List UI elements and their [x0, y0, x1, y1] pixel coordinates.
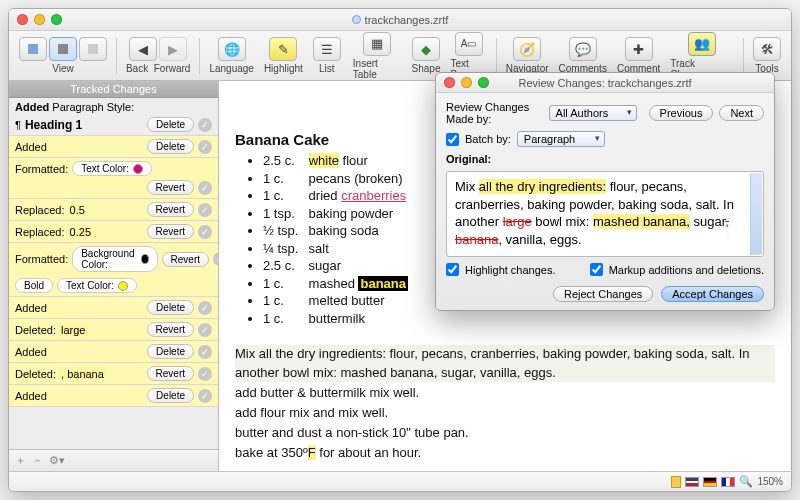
comments-button[interactable]: 💬 [569, 37, 597, 61]
sidebar-item[interactable]: Deleted: largeRevert✓ [9, 319, 218, 341]
accept-check-icon[interactable]: ✓ [198, 345, 212, 359]
highlight-label: Highlight [264, 63, 303, 74]
recipe-step: Mix all the dry ingredients: flour, peca… [235, 345, 775, 381]
delete-button[interactable]: Delete [147, 117, 194, 132]
revert-button[interactable]: Revert [147, 202, 194, 217]
text-box-button[interactable]: A▭ [455, 32, 483, 56]
accept-check-icon[interactable]: ✓ [198, 225, 212, 239]
track-changes-button[interactable]: 👥 [688, 32, 716, 56]
sidebar-title: Tracked Changes [9, 81, 218, 98]
sidebar-list: Added Paragraph Style:¶Heading 1Delete✓A… [9, 98, 218, 449]
revert-button[interactable]: Revert [147, 322, 194, 337]
list-label: List [319, 63, 335, 74]
accept-check-icon[interactable]: ✓ [198, 389, 212, 403]
tracked-changes-sidebar: Tracked Changes Added Paragraph Style:¶H… [9, 81, 219, 471]
made-by-label: Review Changes Made by: [446, 101, 543, 125]
flag-fr-icon[interactable] [721, 477, 735, 487]
accept-check-icon[interactable]: ✓ [198, 203, 212, 217]
revert-button[interactable]: Revert [147, 366, 194, 381]
shape-button[interactable]: ◆ [412, 37, 440, 61]
delete-button[interactable]: Delete [147, 139, 194, 154]
remove-item-button[interactable]: － [32, 453, 43, 468]
orig-deleted-1: large [503, 214, 532, 229]
delete-button[interactable]: Delete [147, 344, 194, 359]
sidebar-settings-button[interactable]: ⚙▾ [49, 454, 65, 467]
batch-by-checkbox[interactable] [446, 133, 459, 146]
list-button[interactable]: ☰ [313, 37, 341, 61]
view-label: View [52, 63, 74, 74]
document-proxy-icon [352, 15, 361, 24]
recipe-step: butter and dust a non-stick 10" tube pan… [235, 424, 775, 442]
ingredient-item: 1 c. buttermilk [263, 310, 775, 328]
back-label: Back [126, 63, 148, 74]
language-button[interactable]: 🌐 [218, 37, 246, 61]
window-title-text: trackchanges.zrtf [365, 14, 449, 26]
sidebar-item[interactable]: Formatted:Text Color:Revert✓ [9, 158, 218, 199]
forward-button[interactable]: ▶ [159, 37, 187, 61]
reject-changes-button[interactable]: Reject Changes [553, 286, 653, 302]
insert-table-label: Insert Table [353, 58, 402, 80]
highlight-button[interactable]: ✎ [269, 37, 297, 61]
accept-check-icon[interactable]: ✓ [213, 252, 218, 266]
original-text-box: Mix all the dry ingredients: flour, peca… [446, 171, 764, 257]
navigator-button[interactable]: 🧭 [513, 37, 541, 61]
flag-de-icon[interactable] [703, 477, 717, 487]
back-button[interactable]: ◀ [129, 37, 157, 61]
window-title: trackchanges.zrtf [9, 14, 791, 26]
original-scrollbar[interactable] [750, 173, 762, 255]
accept-check-icon[interactable]: ✓ [198, 118, 212, 132]
zoom-level[interactable]: 150% [757, 476, 783, 487]
markup-checkbox[interactable] [590, 263, 603, 276]
zoom-icon[interactable]: 🔍 [739, 475, 753, 488]
highlight-changes-label: Highlight changes. [465, 264, 556, 276]
revert-button[interactable]: Revert [147, 224, 194, 239]
review-changes-panel: Review Changes: trackchanges.zrtf Review… [435, 72, 775, 311]
sidebar-item[interactable]: Formatted:Background Color:Revert✓BoldTe… [9, 243, 218, 297]
delete-button[interactable]: Delete [147, 388, 194, 403]
language-label: Language [209, 63, 254, 74]
comment-button[interactable]: ✚ [625, 37, 653, 61]
recipe-steps: Mix all the dry ingredients: flour, peca… [235, 345, 775, 462]
view-mode-page-button[interactable] [79, 37, 107, 61]
sidebar-item[interactable]: AddedDelete✓ [9, 385, 218, 407]
original-label: Original: [446, 153, 764, 165]
sidebar-item[interactable]: Deleted: , bananaRevert✓ [9, 363, 218, 385]
previous-button[interactable]: Previous [649, 105, 714, 121]
sidebar-item[interactable]: AddedDelete✓ [9, 341, 218, 363]
sidebar-item[interactable]: AddedDelete✓ [9, 136, 218, 158]
accept-check-icon[interactable]: ✓ [198, 367, 212, 381]
next-button[interactable]: Next [719, 105, 764, 121]
accept-check-icon[interactable]: ✓ [198, 181, 212, 195]
accept-check-icon[interactable]: ✓ [198, 323, 212, 337]
sidebar-item[interactable]: Replaced: 0.5Revert✓ [9, 199, 218, 221]
revert-button[interactable]: Revert [162, 252, 209, 267]
sidebar-footer: ＋ － ⚙▾ [9, 449, 218, 471]
flag-us-icon[interactable] [685, 477, 699, 487]
batch-by-select[interactable]: Paragraph [517, 131, 605, 147]
revert-button[interactable]: Revert [147, 180, 194, 195]
view-mode-thumb-button[interactable] [19, 37, 47, 61]
recipe-step: add butter & buttermilk mix well. [235, 384, 775, 402]
review-titlebar[interactable]: Review Changes: trackchanges.zrtf [436, 73, 774, 93]
sidebar-item[interactable]: AddedDelete✓ [9, 297, 218, 319]
add-item-button[interactable]: ＋ [15, 453, 26, 468]
accept-changes-button[interactable]: Accept Changes [661, 286, 764, 302]
view-mode-grid-button[interactable] [49, 37, 77, 61]
shape-label: Shape [412, 63, 441, 74]
sidebar-item[interactable]: Replaced: 0.25Revert✓ [9, 221, 218, 243]
recipe-step: add flour mix and mix well. [235, 404, 775, 422]
forward-label: Forward [154, 63, 191, 74]
statusbar: 🔍 150% [9, 471, 791, 491]
orig-highlight-1: all the dry ingredients: [479, 179, 606, 194]
accept-check-icon[interactable]: ✓ [198, 301, 212, 315]
delete-button[interactable]: Delete [147, 300, 194, 315]
review-title: Review Changes: trackchanges.zrtf [436, 77, 774, 89]
tools-button[interactable]: 🛠 [753, 37, 781, 61]
accept-check-icon[interactable]: ✓ [198, 140, 212, 154]
view-group: View [15, 37, 111, 74]
recipe-step: bake at 350ºF for about an hour. [235, 444, 775, 462]
author-select[interactable]: All Authors [549, 105, 637, 121]
highlight-changes-checkbox[interactable] [446, 263, 459, 276]
sidebar-item[interactable]: Added Paragraph Style:¶Heading 1Delete✓ [9, 98, 218, 136]
insert-table-button[interactable]: ▦ [363, 32, 391, 56]
